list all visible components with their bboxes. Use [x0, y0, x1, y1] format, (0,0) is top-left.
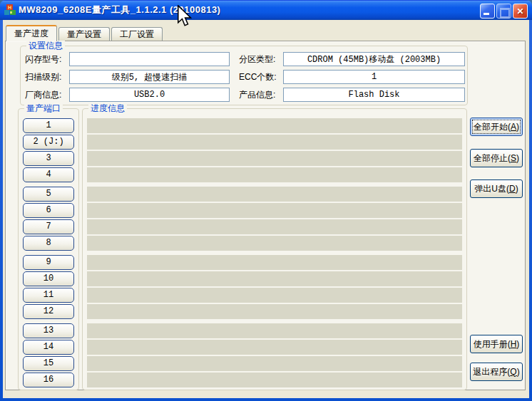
- app-icon: H: [4, 4, 16, 16]
- svg-text:H: H: [8, 5, 11, 10]
- progress-block-2: [87, 187, 462, 252]
- product-info-label: 产品信息:: [239, 89, 275, 101]
- ecc-count-label-row: ECC个数:: [239, 70, 277, 84]
- progress-row-7: [87, 219, 462, 234]
- progress-row-3: [87, 151, 462, 166]
- progress-row-12: [87, 304, 462, 319]
- port-block-2: 5 6 7 8: [23, 187, 74, 252]
- port-button-15[interactable]: 15: [23, 356, 74, 371]
- dialog-client-area: 量产进度 量产设置 工厂设置 设置信息 闪存型号: 分区类型: CDROM (4…: [3, 20, 529, 398]
- titlebar[interactable]: H MW8209_6208E量产工具_1.1.2.1 (20100813) ✕: [0, 0, 532, 20]
- flash-model-field[interactable]: [69, 52, 230, 66]
- progress-row-13: [87, 323, 462, 338]
- close-icon: ✕: [516, 6, 523, 16]
- tab-page-production-progress: 设置信息 闪存型号: 分区类型: CDROM (45MB)移动盘 (2003MB…: [5, 41, 526, 390]
- close-button[interactable]: ✕: [513, 4, 528, 19]
- progress-row-11: [87, 288, 462, 303]
- progress-block-1: [87, 118, 462, 184]
- product-info-label-row: 产品信息:: [239, 88, 275, 102]
- tab-production-settings[interactable]: 量产设置: [58, 27, 110, 41]
- user-manual-button[interactable]: 使用手册(H): [470, 335, 523, 353]
- vendor-info-label-row: 厂商信息:: [25, 88, 61, 102]
- port-button-14[interactable]: 14: [23, 340, 74, 355]
- vendor-info-label: 厂商信息:: [25, 89, 61, 101]
- ports-group-title: 量产端口: [24, 103, 63, 113]
- progress-block-4: [87, 323, 462, 389]
- ecc-count-label: ECC个数:: [239, 71, 277, 83]
- port-button-3[interactable]: 3: [23, 151, 74, 166]
- port-button-8[interactable]: 8: [23, 236, 74, 251]
- window-controls: ✕: [480, 4, 528, 19]
- partition-type-label: 分区类型:: [239, 53, 275, 66]
- port-button-1[interactable]: 1: [23, 118, 74, 133]
- port-button-5[interactable]: 5: [23, 187, 74, 202]
- ecc-count-field[interactable]: 1: [283, 70, 465, 84]
- progress-row-8: [87, 236, 462, 251]
- flash-model-label: 闪存型号:: [25, 53, 61, 66]
- flash-model-label-row: 闪存型号:: [25, 52, 61, 66]
- progress-row-1: [87, 118, 462, 133]
- port-button-12[interactable]: 12: [23, 304, 74, 319]
- progress-row-16: [87, 373, 462, 387]
- port-button-11[interactable]: 11: [23, 288, 74, 303]
- port-button-13[interactable]: 13: [23, 323, 74, 338]
- port-button-16[interactable]: 16: [23, 373, 74, 387]
- settings-info-group: 设置信息 闪存型号: 分区类型: CDROM (45MB)移动盘 (2003MB…: [20, 46, 468, 105]
- progress-row-4: [87, 167, 462, 182]
- progress-info-group: 进度信息: [82, 108, 467, 390]
- app-window: H MW8209_6208E量产工具_1.1.2.1 (20100813) ✕ …: [0, 0, 532, 401]
- maximize-button[interactable]: [496, 4, 511, 19]
- settings-group-title: 设置信息: [26, 41, 65, 51]
- port-block-4: 13 14 15 16: [23, 323, 74, 389]
- start-all-button[interactable]: 全部开始(A): [470, 118, 523, 136]
- window-title: MW8209_6208E量产工具_1.1.2.1 (20100813): [19, 4, 220, 16]
- port-button-7[interactable]: 7: [23, 219, 74, 234]
- product-info-field[interactable]: Flash Disk: [283, 88, 465, 102]
- port-button-6[interactable]: 6: [23, 203, 74, 218]
- progress-row-6: [87, 203, 462, 218]
- tab-production-progress[interactable]: 量产进度: [6, 25, 57, 41]
- progress-row-5: [87, 187, 462, 202]
- progress-group-title: 进度信息: [88, 103, 127, 113]
- port-button-4[interactable]: 4: [23, 167, 74, 182]
- progress-row-15: [87, 356, 462, 371]
- exit-program-button[interactable]: 退出程序(Q): [470, 363, 523, 381]
- partition-type-field[interactable]: CDROM (45MB)移动盘 (2003MB): [283, 52, 465, 66]
- scan-level-label: 扫描级别:: [25, 71, 61, 83]
- port-button-9[interactable]: 9: [23, 255, 74, 270]
- port-button-2[interactable]: 2 (J:): [23, 135, 74, 150]
- partition-type-label-row: 分区类型:: [239, 52, 275, 66]
- progress-row-9: [87, 255, 462, 270]
- progress-block-3: [87, 255, 462, 321]
- tab-strip: 量产进度 量产设置 工厂设置: [6, 25, 164, 41]
- stop-all-button[interactable]: 全部停止(S): [470, 149, 523, 167]
- progress-row-10: [87, 271, 462, 286]
- tab-factory-settings[interactable]: 工厂设置: [111, 27, 163, 41]
- progress-row-2: [87, 135, 462, 150]
- minimize-button[interactable]: [480, 4, 495, 19]
- scan-level-field[interactable]: 级别5, 超慢速扫描: [69, 70, 230, 84]
- progress-row-14: [87, 340, 462, 355]
- scan-level-label-row: 扫描级别:: [25, 70, 61, 84]
- vendor-info-field[interactable]: USB2.0: [69, 88, 230, 102]
- production-ports-group: 量产端口 1 2 (J:) 3 4 5 6 7 8 9 10 11 1: [18, 108, 79, 390]
- eject-usb-button[interactable]: 弹出U盘(D): [470, 179, 523, 198]
- port-block-3: 9 10 11 12: [23, 255, 74, 321]
- port-button-10[interactable]: 10: [23, 271, 74, 286]
- port-block-1: 1 2 (J:) 3 4: [23, 118, 74, 184]
